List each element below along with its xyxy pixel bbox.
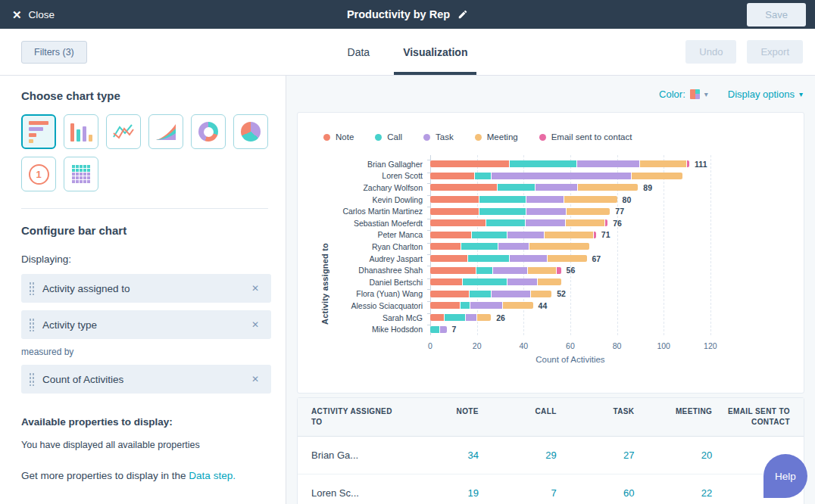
bar-segment[interactable] (556, 267, 561, 274)
stacked-bar[interactable] (430, 255, 587, 262)
bar-segment[interactable] (486, 219, 526, 226)
bar-segment[interactable] (444, 314, 465, 321)
chart-type-table[interactable] (64, 157, 98, 191)
bar-segment[interactable] (530, 291, 551, 297)
bar-segment[interactable] (476, 267, 492, 274)
drag-handle-icon[interactable] (29, 282, 34, 295)
table-cell-value[interactable]: 20 (634, 450, 712, 461)
bar-segment[interactable] (509, 255, 547, 262)
bar-segment[interactable] (526, 208, 566, 215)
bar-segment[interactable] (566, 208, 610, 215)
stacked-bar[interactable] (430, 219, 607, 226)
bar-segment[interactable] (430, 291, 469, 297)
field-pill-activity-type[interactable]: Activity type ✕ (21, 310, 271, 339)
table-column-header[interactable]: NOTE (401, 406, 479, 428)
chart-type-line[interactable] (106, 114, 141, 149)
bar-segment[interactable] (430, 243, 461, 250)
remove-field-icon[interactable]: ✕ (248, 282, 262, 295)
table-cell-value[interactable]: 29 (479, 450, 557, 461)
legend-item[interactable]: Note (323, 132, 354, 142)
bar-segment[interactable] (430, 314, 444, 321)
stacked-bar[interactable] (430, 173, 682, 179)
bar-segment[interactable] (474, 173, 491, 179)
filters-button[interactable]: Filters (3) (21, 41, 87, 64)
bar-segment[interactable] (430, 267, 476, 274)
table-cell-value[interactable]: 60 (557, 487, 635, 499)
bar-segment[interactable] (430, 219, 486, 226)
bar-segment[interactable] (529, 243, 589, 250)
table-cell-value[interactable]: 22 (634, 487, 712, 499)
legend-item[interactable]: Meeting (475, 132, 518, 142)
bar-segment[interactable] (476, 314, 491, 321)
export-button[interactable]: Export (747, 40, 803, 64)
bar-segment[interactable] (469, 291, 490, 297)
bar-segment[interactable] (430, 232, 471, 238)
stacked-bar[interactable] (430, 291, 551, 297)
bar-segment[interactable] (479, 208, 526, 215)
field-pill-activity-assigned-to[interactable]: Activity assigned to ✕ (21, 274, 271, 303)
bar-segment[interactable] (461, 243, 498, 250)
bar-segment[interactable] (491, 291, 530, 297)
undo-button[interactable]: Undo (685, 40, 736, 64)
table-cell-value[interactable]: 7 (479, 487, 557, 499)
bar-segment[interactable] (639, 160, 686, 167)
bar-segment[interactable] (576, 160, 639, 167)
bar-segment[interactable] (460, 302, 470, 309)
bar-segment[interactable] (492, 267, 527, 274)
display-options-dropdown[interactable]: Display options ▾ (728, 89, 803, 100)
save-button[interactable]: Save (747, 3, 806, 26)
chart-type-area[interactable] (148, 114, 183, 149)
bar-segment[interactable] (577, 184, 638, 191)
stacked-bar[interactable] (430, 278, 561, 285)
chart-type-horizontal-bar[interactable] (21, 114, 56, 149)
measure-pill-count-of-activities[interactable]: Count of Activities ✕ (21, 365, 271, 394)
stacked-bar[interactable] (430, 267, 561, 274)
bar-segment[interactable] (535, 184, 577, 191)
bar-segment[interactable] (507, 232, 544, 238)
table-column-header[interactable]: MEETING (634, 406, 712, 428)
stacked-bar[interactable] (430, 160, 689, 167)
bar-segment[interactable] (547, 255, 587, 262)
bar-segment[interactable] (502, 302, 532, 309)
bar-segment[interactable] (430, 302, 460, 309)
bar-segment[interactable] (430, 208, 479, 215)
drag-handle-icon[interactable] (29, 372, 34, 386)
bar-segment[interactable] (462, 278, 507, 285)
edit-title-icon[interactable] (457, 9, 468, 20)
bar-segment[interactable] (430, 255, 467, 262)
stacked-bar[interactable] (430, 326, 447, 333)
bar-segment[interactable] (498, 243, 529, 250)
bar-segment[interactable] (593, 232, 596, 238)
bar-segment[interactable] (526, 196, 564, 203)
drag-handle-icon[interactable] (29, 318, 34, 331)
legend-item[interactable]: Email sent to contact (539, 132, 632, 142)
chart-type-pie[interactable] (233, 114, 268, 149)
table-column-header[interactable]: EMAIL SENT TO CONTACT (712, 406, 790, 428)
bar-segment[interactable] (565, 219, 605, 226)
bar-segment[interactable] (491, 173, 630, 179)
stacked-bar[interactable] (430, 314, 491, 321)
tab-data[interactable]: Data (339, 29, 379, 75)
close-button[interactable]: ✕ Close (0, 0, 67, 29)
tab-visualization[interactable]: Visualization (394, 29, 476, 75)
bar-segment[interactable] (430, 278, 462, 285)
bar-segment[interactable] (604, 219, 607, 226)
chart-type-kpi[interactable]: 1 (21, 157, 56, 191)
chart-type-donut[interactable] (191, 114, 226, 149)
bar-segment[interactable] (479, 196, 526, 203)
bar-segment[interactable] (471, 232, 506, 238)
bar-segment[interactable] (631, 173, 682, 179)
remove-field-icon[interactable]: ✕ (248, 318, 262, 331)
chart-type-vertical-bar[interactable] (64, 114, 98, 149)
data-step-link[interactable]: Data step. (189, 470, 236, 481)
stacked-bar[interactable] (430, 208, 610, 215)
bar-segment[interactable] (525, 219, 565, 226)
table-column-header[interactable]: TASK (557, 406, 635, 428)
table-cell-value[interactable]: 27 (557, 450, 635, 461)
bar-segment[interactable] (470, 302, 502, 309)
bar-segment[interactable] (527, 267, 555, 274)
legend-item[interactable]: Task (423, 132, 454, 142)
bar-segment[interactable] (465, 314, 477, 321)
legend-item[interactable]: Call (375, 132, 402, 142)
bar-segment[interactable] (686, 160, 689, 167)
